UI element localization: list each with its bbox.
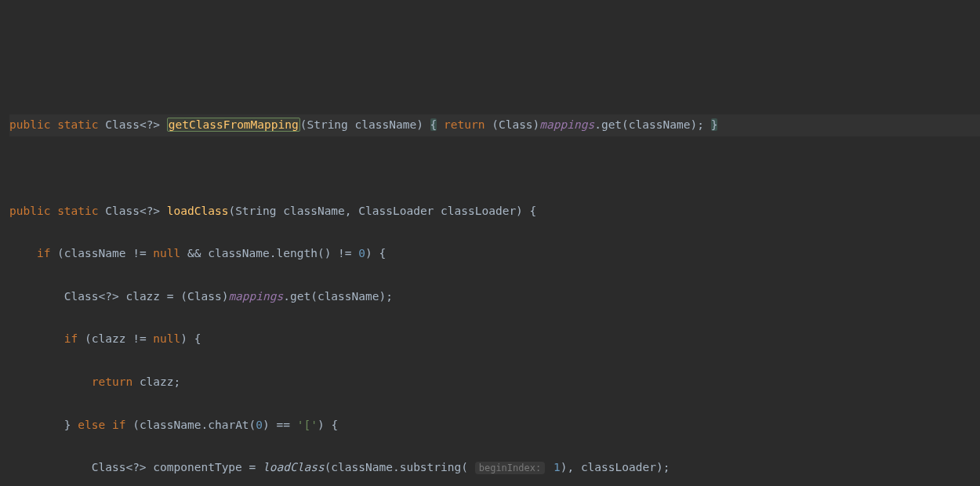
identifier: className <box>331 461 393 473</box>
code-line[interactable]: Class<?> clazz = (Class)mappings.get(cla… <box>9 286 980 307</box>
method-call: length <box>277 247 318 259</box>
field: mappings <box>539 118 594 131</box>
keyword: public <box>9 205 50 217</box>
method-call: charAt <box>208 419 249 431</box>
identifier: className <box>283 205 345 217</box>
identifier: className <box>355 118 417 131</box>
identifier: componentType <box>153 461 242 473</box>
identifier: className <box>318 290 379 303</box>
keyword: null <box>153 247 180 259</box>
identifier: clazz <box>140 375 174 388</box>
identifier: classLoader <box>581 461 656 473</box>
string: '[' <box>297 419 318 431</box>
keyword: null <box>153 332 180 345</box>
method-name-highlighted[interactable]: getClassFromMapping <box>167 118 300 132</box>
code-line[interactable] <box>9 158 980 179</box>
keyword: else <box>78 419 105 431</box>
identifier: classLoader <box>441 205 516 217</box>
keyword: return <box>92 375 132 388</box>
identifier: className <box>64 247 126 259</box>
method-call: substring <box>400 461 462 473</box>
code-line[interactable]: public static Class<?> getClassFromMappi… <box>9 114 980 136</box>
type: String <box>307 118 347 131</box>
method-name: loadClass <box>167 205 229 217</box>
number: 0 <box>358 247 365 259</box>
code-line[interactable]: Class<?> componentType = loadClass(class… <box>9 457 980 478</box>
code-line[interactable]: } else if (className.charAt(0) == '[') { <box>9 415 980 436</box>
identifier: className <box>208 247 270 259</box>
method-call: loadClass <box>263 461 325 473</box>
type: Class<?> <box>105 118 160 131</box>
type: String <box>235 205 276 217</box>
code-line[interactable]: return clazz; <box>9 372 980 393</box>
identifier: className <box>629 118 691 131</box>
field: mappings <box>228 290 283 303</box>
identifier: clazz <box>125 290 160 303</box>
type: Class<?> <box>105 205 160 217</box>
keyword: if <box>64 332 78 345</box>
keyword: if <box>37 247 50 259</box>
type: ClassLoader <box>358 205 434 217</box>
method-call: get <box>601 118 622 131</box>
number: 0 <box>256 419 263 431</box>
type: Class<?> <box>64 290 119 303</box>
keyword: if <box>112 419 125 431</box>
method-call: get <box>290 290 310 303</box>
identifier: clazz <box>92 332 126 345</box>
code-line[interactable]: if (className != null && className.lengt… <box>9 243 980 264</box>
keyword: public <box>9 118 50 131</box>
code-editor[interactable]: public static Class<?> getClassFromMappi… <box>0 85 980 486</box>
type: Class<?> <box>92 461 147 473</box>
param-hint: beginIndex: <box>475 462 545 474</box>
keyword: static <box>57 118 98 131</box>
type: Class <box>187 290 222 303</box>
keyword: static <box>57 205 98 217</box>
identifier: className <box>140 419 201 431</box>
code-line[interactable]: if (clazz != null) { <box>9 328 980 350</box>
brace: { <box>430 118 437 131</box>
code-line[interactable]: public static Class<?> loadClass(String … <box>9 201 980 222</box>
type: Class <box>499 118 533 131</box>
number: 1 <box>554 461 561 473</box>
keyword: return <box>444 118 485 131</box>
brace: } <box>711 118 718 131</box>
